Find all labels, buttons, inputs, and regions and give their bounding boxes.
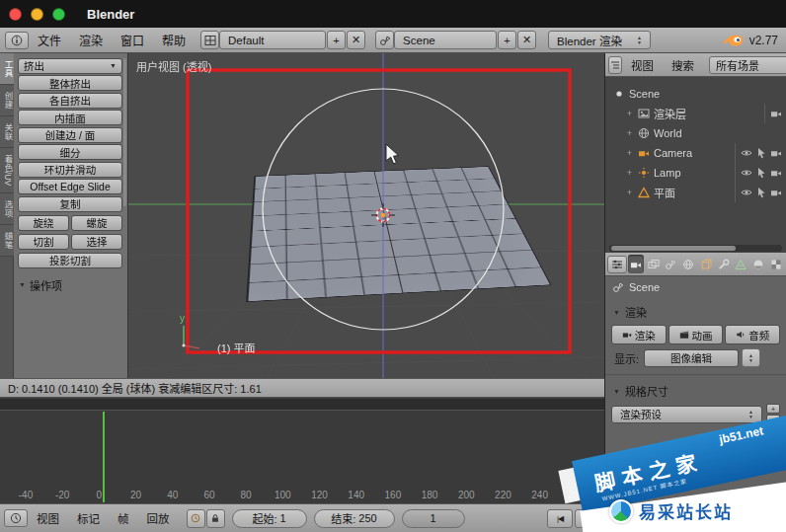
tab-scene[interactable]	[663, 255, 679, 273]
layout-add-button[interactable]: +	[327, 31, 346, 49]
outliner-editor-type-button[interactable]	[608, 56, 622, 74]
outliner-item-renderlayers[interactable]: + 渲染层	[605, 104, 786, 123]
minimize-window-button[interactable]	[31, 8, 43, 21]
expand-toggle-icon[interactable]: +	[625, 188, 634, 197]
renderability-camera-icon[interactable]	[770, 167, 782, 179]
tab-texture[interactable]	[767, 255, 784, 273]
timeline-area[interactable]: -40 -20 0 20 40 60 80 100 120 140 160 18…	[0, 411, 604, 503]
tab-create[interactable]: 创建	[0, 85, 14, 116]
selectability-arrow-icon[interactable]	[755, 147, 767, 159]
outliner-item-lamp[interactable]: + Lamp	[605, 163, 786, 183]
selectability-arrow-icon[interactable]	[755, 187, 767, 198]
offset-edge-slide-button[interactable]: Offset Edge Slide	[18, 179, 122, 194]
layout-name-field[interactable]: Default	[219, 31, 326, 49]
render-presets-select[interactable]: 渲染预设 ▲▼	[611, 406, 762, 423]
dimensions-panel-header[interactable]: ▼ 规格尺寸	[605, 377, 786, 402]
current-frame-field[interactable]: 1	[402, 509, 465, 528]
render-toggle-icon[interactable]	[770, 108, 782, 119]
display-extra-button[interactable]: ▲▼	[742, 348, 760, 367]
subdivide-button[interactable]: 细分	[18, 144, 122, 160]
expand-toggle-icon[interactable]: +	[625, 148, 634, 158]
operator-panel-header[interactable]: ▼ 操作项	[18, 277, 122, 293]
menu-file[interactable]: 文件	[29, 32, 70, 48]
visibility-eye-icon[interactable]	[741, 187, 752, 198]
duplicate-button[interactable]: 复制	[18, 196, 122, 212]
tab-shading-uv[interactable]: 着色/UV	[0, 148, 14, 193]
outliner-item-plane[interactable]: + 平面	[605, 183, 786, 202]
expand-toggle-icon[interactable]: +	[625, 128, 634, 138]
preset-add-button[interactable]: +	[766, 404, 780, 414]
expand-toggle-icon[interactable]: +	[625, 109, 634, 118]
spin-button[interactable]: 旋绕	[18, 215, 69, 231]
timeline-menu-view[interactable]: 视图	[28, 510, 68, 526]
outliner-item-world[interactable]: + World	[605, 123, 786, 143]
timeline-scrollbar[interactable]	[0, 399, 604, 411]
outliner-menu-view[interactable]: 视图	[622, 57, 663, 73]
extrude-menu-button[interactable]: 挤出 ▼	[18, 58, 122, 74]
preview-range-button[interactable]	[187, 509, 205, 528]
render-engine-select[interactable]: Blender 渲染 ▲▼	[548, 31, 651, 49]
editor-type-button[interactable]	[5, 32, 29, 49]
scrollbar-handle[interactable]	[611, 246, 736, 251]
properties-editor-type-button[interactable]	[607, 256, 627, 273]
layout-browse-button[interactable]	[200, 31, 219, 49]
scene-add-button[interactable]: +	[498, 31, 516, 49]
timeline-menu-playback[interactable]: 回放	[138, 510, 179, 526]
jump-to-start-button[interactable]: |◀	[547, 509, 573, 528]
timeline-editor-type-button[interactable]	[4, 509, 28, 527]
tab-relations[interactable]: 关联	[0, 116, 14, 148]
outliner-filter-select[interactable]: 所有场景	[709, 56, 786, 74]
tab-modifiers[interactable]	[715, 255, 732, 273]
frame-end-field[interactable]: 结束: 250	[314, 509, 395, 528]
lock-range-button[interactable]	[206, 509, 225, 528]
select-button[interactable]: 选择	[71, 234, 122, 250]
layout-delete-button[interactable]: ✕	[347, 31, 365, 49]
tab-tools[interactable]: 工具	[0, 53, 14, 85]
make-edge-face-button[interactable]: 创建边 / 面	[18, 127, 122, 143]
render-animation-button[interactable]: 动画	[668, 325, 724, 344]
timeline-menu-frame[interactable]: 帧	[109, 510, 138, 526]
render-panel-header[interactable]: ▼ 渲染	[605, 298, 786, 323]
menu-help[interactable]: 帮助	[153, 32, 195, 48]
current-frame-line[interactable]	[103, 412, 105, 502]
outliner-hscrollbar[interactable]	[604, 243, 786, 253]
scene-name-field[interactable]: Scene	[394, 31, 497, 49]
maximize-window-button[interactable]	[52, 8, 65, 21]
selectability-arrow-icon[interactable]	[755, 167, 767, 179]
outliner-item-camera[interactable]: + Camera	[605, 143, 786, 163]
menu-window[interactable]: 窗口	[112, 32, 153, 48]
timeline-menu-marker[interactable]: 标记	[68, 510, 109, 526]
prev-keyframe-button[interactable]: ◀◀	[575, 509, 600, 528]
knife-project-button[interactable]: 投影切割	[18, 253, 122, 268]
display-mode-select[interactable]: 图像编辑	[644, 349, 739, 367]
loop-cut-slide-button[interactable]: 环切并滑动	[18, 162, 122, 178]
toolshelf-scrollbar[interactable]	[123, 58, 126, 206]
tab-grease-pencil[interactable]: 蜡笔	[0, 225, 14, 257]
scene-browse-button[interactable]	[375, 31, 394, 49]
preset-remove-button[interactable]: −	[766, 415, 780, 424]
outliner-item-scene[interactable]: Scene	[605, 84, 786, 104]
tab-render[interactable]	[628, 255, 645, 273]
visibility-eye-icon[interactable]	[741, 167, 752, 179]
frame-start-field[interactable]: 起始: 1	[232, 509, 307, 528]
close-window-button[interactable]	[9, 8, 22, 21]
tab-render-layers[interactable]	[645, 255, 662, 273]
extrude-region-button[interactable]: 整体挤出	[18, 75, 122, 91]
outliner-menu-search[interactable]: 搜索	[663, 57, 703, 73]
renderability-camera-icon[interactable]	[770, 147, 782, 159]
visibility-eye-icon[interactable]	[741, 147, 752, 159]
screw-button[interactable]: 螺旋	[71, 215, 122, 231]
renderability-camera-icon[interactable]	[770, 187, 782, 198]
scene-delete-button[interactable]: ✕	[517, 31, 536, 49]
tab-object[interactable]	[698, 255, 715, 273]
render-still-button[interactable]: 渲染	[611, 325, 667, 344]
viewport-3d[interactable]: y 用户视图 (透视) (1) 平面	[128, 53, 604, 378]
tab-object-data[interactable]	[733, 255, 749, 273]
tab-world[interactable]	[680, 255, 697, 273]
extrude-individual-button[interactable]: 各自挤出	[18, 93, 122, 109]
render-audio-button[interactable]: 音频	[725, 325, 780, 344]
expand-toggle-icon[interactable]: +	[625, 168, 634, 178]
tab-options[interactable]: 选项	[0, 193, 14, 225]
menu-render[interactable]: 渲染	[70, 32, 112, 48]
inset-faces-button[interactable]: 内插面	[18, 110, 122, 125]
